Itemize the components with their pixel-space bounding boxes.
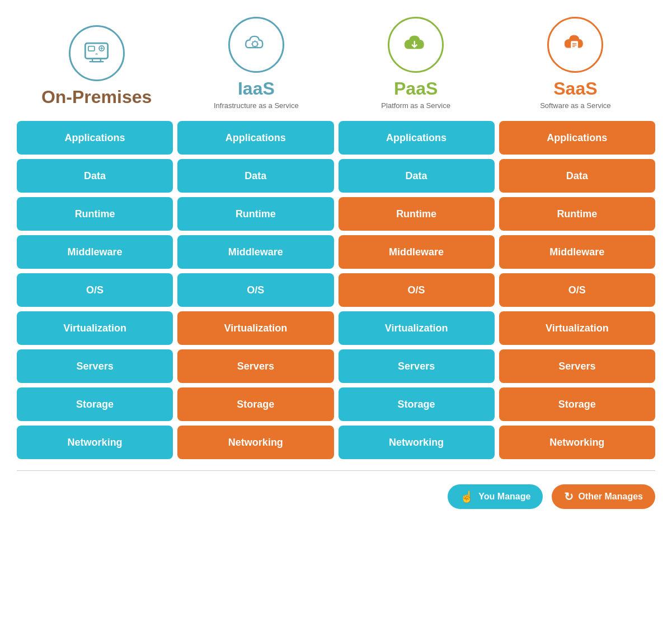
legend-row: ☝ You Manage ↻ Other Manages: [11, 484, 661, 509]
hand-icon: ☝: [460, 490, 474, 503]
cell-iaas-servers: Servers: [177, 349, 333, 383]
cell-onprem-servers: Servers: [17, 349, 173, 383]
paas-title: PaaS: [394, 78, 438, 99]
cell-iaas-o-s: O/S: [177, 273, 333, 307]
cell-paas-runtime: Runtime: [339, 197, 495, 231]
doc-cloud-icon: [560, 30, 591, 60]
cell-onprem-middleware: Middleware: [17, 235, 173, 269]
iaas-title: IaaS: [238, 78, 275, 99]
cell-paas-applications: Applications: [339, 121, 495, 155]
column-header-paas: PaaS Platform as a Service: [337, 17, 494, 110]
grid-container: ApplicationsApplicationsApplicationsAppl…: [11, 121, 661, 459]
saas-icon-circle: [547, 17, 603, 73]
you-manage-legend: ☝ You Manage: [448, 484, 543, 509]
cell-saas-storage: Storage: [499, 387, 655, 421]
monitor-icon: [81, 38, 112, 69]
cell-iaas-networking: Networking: [177, 426, 333, 459]
cell-paas-data: Data: [339, 159, 495, 193]
paas-icon-circle: [388, 17, 444, 73]
cell-paas-networking: Networking: [339, 426, 495, 459]
other-manages-legend: ↻ Other Manages: [552, 484, 655, 509]
onprem-icon-circle: [69, 25, 125, 81]
iaas-subtitle: Infrastructure as a Service: [214, 101, 299, 110]
cell-onprem-applications: Applications: [17, 121, 173, 155]
cell-saas-networking: Networking: [499, 426, 655, 459]
cell-iaas-middleware: Middleware: [177, 235, 333, 269]
cell-iaas-virtualization: Virtualization: [177, 311, 333, 345]
cell-onprem-o-s: O/S: [17, 273, 173, 307]
cell-onprem-networking: Networking: [17, 426, 173, 459]
svg-rect-3: [88, 46, 95, 50]
cell-saas-middleware: Middleware: [499, 235, 655, 269]
cell-saas-o-s: O/S: [499, 273, 655, 307]
cell-onprem-data: Data: [17, 159, 173, 193]
iaas-icon-circle: [228, 17, 284, 73]
cell-iaas-storage: Storage: [177, 387, 333, 421]
cell-saas-applications: Applications: [499, 121, 655, 155]
saas-title: SaaS: [553, 78, 597, 99]
cell-paas-storage: Storage: [339, 387, 495, 421]
saas-subtitle: Software as a Service: [540, 101, 610, 110]
column-header-saas: SaaS Software as a Service: [497, 17, 654, 110]
column-header-iaas: IaaS Infrastructure as a Service: [178, 17, 335, 110]
paas-subtitle: Platform as a Service: [381, 101, 450, 110]
cell-saas-runtime: Runtime: [499, 197, 655, 231]
cell-paas-middleware: Middleware: [339, 235, 495, 269]
main-container: On-Premises IaaS Infrastructure as a Ser…: [0, 0, 672, 520]
cell-onprem-runtime: Runtime: [17, 197, 173, 231]
cell-iaas-runtime: Runtime: [177, 197, 333, 231]
cell-saas-virtualization: Virtualization: [499, 311, 655, 345]
gear-cloud-icon: [241, 30, 271, 60]
cell-paas-servers: Servers: [339, 349, 495, 383]
cell-paas-o-s: O/S: [339, 273, 495, 307]
cell-iaas-data: Data: [177, 159, 333, 193]
refresh-icon: ↻: [564, 490, 574, 503]
onprem-title: On-Premises: [41, 87, 152, 108]
cell-onprem-virtualization: Virtualization: [17, 311, 173, 345]
other-manages-label: Other Manages: [578, 492, 643, 502]
you-manage-label: You Manage: [478, 492, 530, 502]
cell-saas-servers: Servers: [499, 349, 655, 383]
cell-iaas-applications: Applications: [177, 121, 333, 155]
download-cloud-icon: [401, 30, 431, 60]
legend-divider: [17, 470, 655, 471]
cell-saas-data: Data: [499, 159, 655, 193]
header-row: On-Premises IaaS Infrastructure as a Ser…: [11, 17, 661, 110]
cell-onprem-storage: Storage: [17, 387, 173, 421]
column-header-onprem: On-Premises: [18, 25, 175, 110]
cell-paas-virtualization: Virtualization: [339, 311, 495, 345]
